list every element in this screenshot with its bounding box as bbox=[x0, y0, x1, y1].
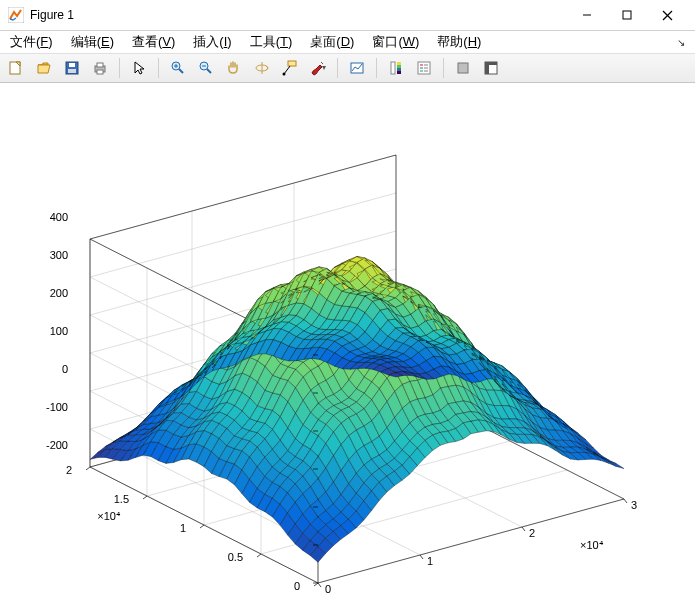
menubar: 文件(F) 编辑(E) 查看(V) 插入(I) 工具(T) 桌面(D) 窗口(W… bbox=[0, 31, 695, 53]
svg-line-13 bbox=[179, 69, 183, 73]
zoom-out-icon[interactable] bbox=[194, 56, 218, 80]
insert-legend-icon[interactable] bbox=[412, 56, 436, 80]
svg-rect-2 bbox=[623, 11, 631, 19]
brush-icon[interactable] bbox=[306, 56, 330, 80]
menu-edit[interactable]: 编辑(E) bbox=[67, 32, 118, 52]
y-tick-label: 0 bbox=[270, 580, 300, 592]
svg-line-17 bbox=[207, 69, 211, 73]
surface-plot[interactable] bbox=[80, 153, 660, 523]
svg-point-22 bbox=[283, 73, 286, 76]
minimize-button[interactable] bbox=[567, 0, 607, 30]
svg-line-1290 bbox=[200, 525, 204, 528]
close-button[interactable] bbox=[647, 0, 687, 30]
menu-help[interactable]: 帮助(H) bbox=[433, 32, 485, 52]
x-exponent-label: ×10⁴ bbox=[580, 539, 620, 552]
titlebar: Figure 1 bbox=[0, 0, 695, 31]
z-tick-label: 100 bbox=[28, 325, 68, 337]
hide-plot-tools-icon[interactable] bbox=[451, 56, 475, 80]
insert-colorbar-icon[interactable] bbox=[384, 56, 408, 80]
svg-rect-7 bbox=[69, 63, 75, 67]
z-tick-label: 200 bbox=[28, 287, 68, 299]
svg-rect-39 bbox=[485, 62, 489, 74]
svg-rect-25 bbox=[397, 62, 401, 65]
menu-window[interactable]: 窗口(W) bbox=[368, 32, 423, 52]
svg-line-1289 bbox=[257, 554, 261, 557]
svg-line-1295 bbox=[522, 527, 525, 531]
y-tick-label: 1 bbox=[156, 522, 186, 534]
svg-line-1294 bbox=[420, 555, 423, 559]
matlab-figure-icon bbox=[8, 7, 24, 23]
svg-rect-28 bbox=[397, 71, 401, 74]
svg-rect-20 bbox=[288, 61, 296, 66]
z-tick-label: -100 bbox=[28, 401, 68, 413]
save-icon[interactable] bbox=[60, 56, 84, 80]
x-tick-label: 2 bbox=[529, 527, 559, 539]
y-tick-label: 0.5 bbox=[213, 551, 243, 563]
x-tick-label: 1 bbox=[427, 555, 457, 567]
dock-icon[interactable] bbox=[479, 56, 503, 80]
toolbar bbox=[0, 53, 695, 83]
menu-file[interactable]: 文件(F) bbox=[6, 32, 57, 52]
z-tick-label: -200 bbox=[28, 439, 68, 451]
new-figure-icon[interactable] bbox=[4, 56, 28, 80]
svg-line-1293 bbox=[318, 583, 321, 587]
open-icon[interactable] bbox=[32, 56, 56, 80]
menu-view[interactable]: 查看(V) bbox=[128, 32, 179, 52]
svg-rect-24 bbox=[391, 62, 395, 74]
y-tick-label: 2 bbox=[42, 464, 72, 476]
svg-rect-36 bbox=[458, 63, 468, 73]
svg-rect-8 bbox=[68, 69, 76, 73]
x-tick-label: 0 bbox=[325, 583, 355, 595]
menu-desktop[interactable]: 桌面(D) bbox=[306, 32, 358, 52]
zoom-in-icon[interactable] bbox=[166, 56, 190, 80]
maximize-button[interactable] bbox=[607, 0, 647, 30]
svg-line-1288 bbox=[314, 583, 318, 586]
window-title: Figure 1 bbox=[30, 8, 74, 22]
menu-insert[interactable]: 插入(I) bbox=[189, 32, 235, 52]
pan-icon[interactable] bbox=[222, 56, 246, 80]
rotate3d-icon[interactable] bbox=[250, 56, 274, 80]
svg-rect-11 bbox=[97, 70, 103, 74]
menu-overflow-icon[interactable]: ↘ bbox=[677, 37, 689, 48]
svg-rect-26 bbox=[397, 65, 401, 68]
axes-3d[interactable]: -200 -100 0 100 200 300 400 0 0.5 1 1.5 … bbox=[0, 83, 695, 613]
z-tick-label: 0 bbox=[28, 363, 68, 375]
svg-rect-10 bbox=[97, 63, 103, 67]
z-tick-label: 400 bbox=[28, 211, 68, 223]
print-icon[interactable] bbox=[88, 56, 112, 80]
data-cursor-icon[interactable] bbox=[278, 56, 302, 80]
menu-tools[interactable]: 工具(T) bbox=[246, 32, 297, 52]
z-tick-label: 300 bbox=[28, 249, 68, 261]
pointer-icon[interactable] bbox=[127, 56, 151, 80]
link-plot-icon[interactable] bbox=[345, 56, 369, 80]
svg-rect-27 bbox=[397, 68, 401, 71]
